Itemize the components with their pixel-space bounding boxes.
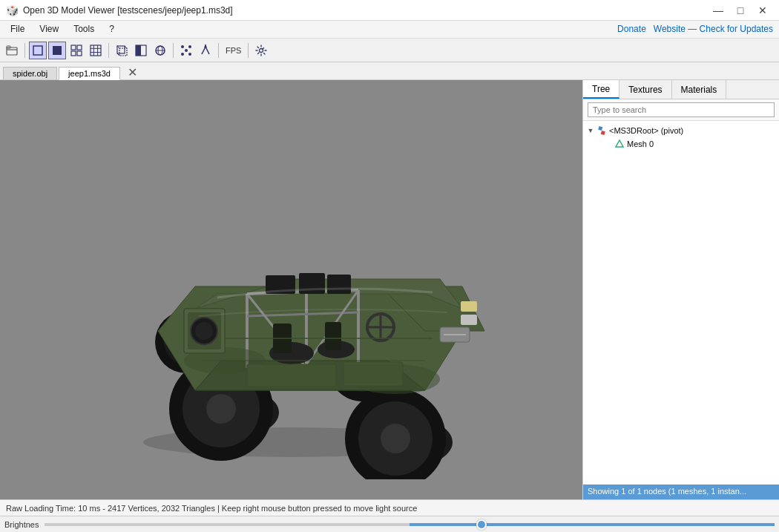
svg-rect-4 [71,45,76,50]
solid-button[interactable] [48,42,66,59]
svg-rect-3 [53,46,62,55]
brightness-slider[interactable] [45,523,775,526]
menu-view[interactable]: View [32,22,66,36]
svg-rect-5 [77,45,82,50]
panel-tab-tree[interactable]: Tree [583,80,619,99]
svg-point-26 [188,53,191,56]
node-icon [596,125,607,136]
svg-rect-63 [299,273,325,294]
svg-rect-7 [77,51,82,56]
tree-node-root[interactable]: ▼ <MS3DRoot> (pivot) [583,124,779,137]
grid3-button[interactable] [87,42,105,59]
svg-rect-85 [601,131,605,135]
svg-rect-6 [71,51,76,56]
grid2-button[interactable] [68,42,85,59]
svg-rect-14 [119,48,127,56]
menu-file[interactable]: File [3,22,32,36]
donate-link[interactable]: Donate [617,24,646,34]
svg-point-39 [381,424,410,453]
svg-marker-31 [204,45,207,47]
svg-point-42 [206,394,236,424]
tab-jeep[interactable]: jeep1.ms3d [59,67,120,80]
app-icon: 🎲 [6,4,19,16]
svg-rect-79 [344,362,403,386]
tree-node-mesh0[interactable]: ▶ Mesh 0 [601,137,779,151]
panel-status: Showing 1 of 1 nodes (1 meshes, 1 instan… [583,485,779,499]
panel-tab-materials[interactable]: Materials [672,80,727,99]
mesh-icon [614,139,625,149]
svg-rect-68 [325,322,341,350]
menu-tools[interactable]: Tools [66,22,102,36]
separator-1 [24,43,25,58]
svg-rect-78 [247,364,336,387]
tree-view: ▼ <MS3DRoot> (pivot) ▶ [583,121,779,485]
svg-line-28 [202,47,206,54]
open-file-button[interactable] [3,42,21,59]
svg-line-29 [206,47,209,54]
wireframe-button[interactable] [29,42,47,59]
panel-tab-textures[interactable]: Textures [619,80,671,99]
normals-button[interactable] [197,42,214,59]
expand-icon[interactable]: ▼ [586,126,595,135]
svg-point-24 [188,45,191,48]
svg-rect-72 [461,301,477,312]
solid2-button[interactable] [132,42,150,59]
svg-point-25 [181,53,184,56]
svg-rect-84 [598,126,602,131]
menu-help[interactable]: ? [102,22,122,36]
settings-button[interactable] [252,42,270,59]
website-link[interactable]: Website — Check for Updates [654,24,773,34]
tree-search-input[interactable] [588,102,775,117]
brightness-label: Brightnes [4,520,39,529]
close-button[interactable]: ✕ [752,2,773,19]
bbox-button[interactable] [113,42,131,59]
svg-point-23 [181,45,184,48]
3d-viewport[interactable] [0,80,582,499]
vertices-button[interactable] [177,42,195,59]
separator-4 [218,43,219,58]
tree-node-mesh0-label: Mesh 0 [627,139,654,148]
tree-node-root-label: <MS3DRoot> (pivot) [609,126,683,135]
close-tab-button[interactable]: ✕ [123,65,142,79]
separator-2 [108,43,109,58]
fps-label: FPS [223,46,244,55]
svg-rect-73 [461,315,477,325]
jeep-model [69,101,514,479]
svg-rect-64 [327,275,351,294]
circle-button[interactable] [151,42,169,59]
svg-rect-2 [33,46,42,55]
svg-point-83 [195,322,213,340]
title-text: Open 3D Model Viewer [testscenes/jeep/je… [23,5,708,16]
status-text: Raw Loading Time: 10 ms - 2417 Vertices,… [6,504,417,513]
svg-rect-12 [91,45,101,56]
svg-rect-19 [136,45,141,56]
svg-point-27 [185,49,188,52]
separator-3 [173,43,174,58]
leaf-spacer: ▶ [604,139,613,148]
separator-5 [248,43,249,58]
minimize-button[interactable]: — [708,2,729,19]
tab-spider[interactable]: spider.obj [3,67,57,79]
svg-marker-86 [616,140,623,147]
maximize-button[interactable]: □ [730,2,751,19]
